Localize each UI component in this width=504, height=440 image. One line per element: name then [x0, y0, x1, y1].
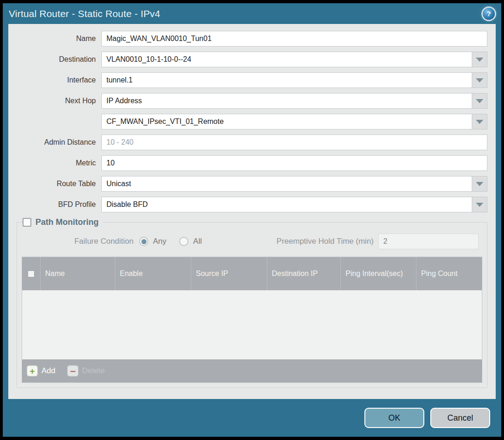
table-header-select-all[interactable] [22, 257, 41, 290]
route-table-label: Route Table [8, 180, 96, 188]
destination-input[interactable] [101, 52, 487, 67]
row-next-hop: Next Hop [8, 93, 496, 109]
radio-option-any[interactable]: Any [139, 237, 166, 246]
radio-option-all[interactable]: All [179, 237, 202, 246]
row-destination: Destination [8, 52, 496, 67]
preemptive-hold-time-input[interactable] [378, 234, 479, 249]
next-hop-address-dropdown-button[interactable] [472, 114, 487, 129]
row-admin-distance: Admin Distance [8, 135, 496, 150]
next-hop-address-input[interactable] [101, 114, 487, 129]
interface-label: Interface [8, 76, 96, 84]
chevron-down-icon [476, 182, 483, 186]
admin-distance-input[interactable] [101, 135, 487, 150]
path-monitoring-section: Path Monitoring Failure Condition Any Al… [17, 217, 487, 388]
destination-label: Destination [8, 55, 96, 64]
add-button[interactable]: + Add [27, 365, 55, 376]
table-header-ping-interval[interactable]: Ping Interval(sec) [341, 257, 416, 290]
delete-button[interactable]: − Delete [67, 365, 105, 376]
chevron-down-icon [476, 120, 483, 124]
name-input[interactable] [101, 31, 487, 47]
route-table-input[interactable] [101, 176, 487, 192]
table-footer: + Add − Delete [22, 359, 482, 382]
metric-input[interactable] [101, 155, 487, 171]
next-hop-type-input[interactable] [101, 93, 487, 109]
failure-condition-radio-group: Any All [139, 237, 215, 246]
next-hop-type-dropdown-button[interactable] [472, 94, 487, 108]
radio-all-label: All [193, 237, 202, 246]
chevron-down-icon [476, 78, 483, 82]
radio-all-icon [179, 237, 188, 246]
table-header-ping-count[interactable]: Ping Count [416, 257, 482, 290]
path-monitoring-legend: Path Monitoring [23, 217, 102, 227]
preemptive-hold-time-label: Preemptive Hold Time (min) [276, 237, 374, 246]
add-icon: + [27, 365, 38, 376]
interface-dropdown-button[interactable] [472, 73, 487, 88]
radio-any-icon [139, 237, 148, 246]
path-monitoring-checkbox[interactable] [23, 218, 31, 227]
select-all-checkbox[interactable] [28, 270, 35, 277]
chevron-down-icon [476, 203, 483, 207]
add-button-label: Add [41, 366, 55, 375]
row-metric: Metric [8, 155, 496, 171]
row-bfd-profile: BFD Profile [8, 197, 496, 212]
ok-button[interactable]: OK [364, 408, 424, 428]
help-icon[interactable]: ? [483, 8, 495, 20]
radio-any-label: Any [153, 237, 166, 246]
cancel-button[interactable]: Cancel [430, 408, 490, 428]
failure-condition-label: Failure Condition [22, 237, 134, 246]
row-route-table: Route Table [8, 176, 496, 192]
bfd-profile-input[interactable] [101, 197, 487, 212]
name-label: Name [8, 35, 96, 43]
table-header-destination-ip[interactable]: Destination IP [267, 257, 341, 290]
dialog-body: Name Destination Interface [8, 24, 496, 399]
delete-button-label: Delete [82, 366, 105, 375]
dialog-virtual-router-static-route: Virtual Router - Static Route - IPv4 ? N… [3, 3, 501, 437]
path-monitoring-table: Name Enable Source IP Destination IP Pin… [22, 257, 482, 383]
next-hop-label: Next Hop [8, 97, 96, 105]
table-header-name[interactable]: Name [41, 257, 115, 290]
row-name: Name [8, 31, 496, 47]
chevron-down-icon [476, 99, 483, 103]
chevron-down-icon [476, 58, 483, 62]
destination-dropdown-button[interactable] [472, 52, 487, 67]
path-monitoring-title: Path Monitoring [35, 217, 99, 227]
bfd-profile-label: BFD Profile [8, 200, 96, 209]
table-header-source-ip[interactable]: Source IP [191, 257, 267, 290]
metric-label: Metric [8, 159, 96, 167]
bfd-profile-dropdown-button[interactable] [472, 197, 487, 212]
table-header-enable[interactable]: Enable [115, 257, 191, 290]
titlebar: Virtual Router - Static Route - IPv4 ? [3, 3, 501, 24]
route-table-dropdown-button[interactable] [472, 176, 487, 191]
row-interface: Interface [8, 72, 496, 88]
row-next-hop-value [8, 114, 496, 129]
delete-icon: − [67, 365, 78, 376]
dialog-button-bar: OK Cancel [3, 399, 501, 437]
dialog-title: Virtual Router - Static Route - IPv4 [9, 8, 160, 19]
table-body-empty [22, 290, 482, 359]
failure-condition-row: Failure Condition Any All Preemptive Hol… [22, 227, 482, 257]
table-header-row: Name Enable Source IP Destination IP Pin… [22, 257, 482, 290]
admin-distance-label: Admin Distance [8, 138, 96, 147]
interface-input[interactable] [101, 72, 487, 88]
